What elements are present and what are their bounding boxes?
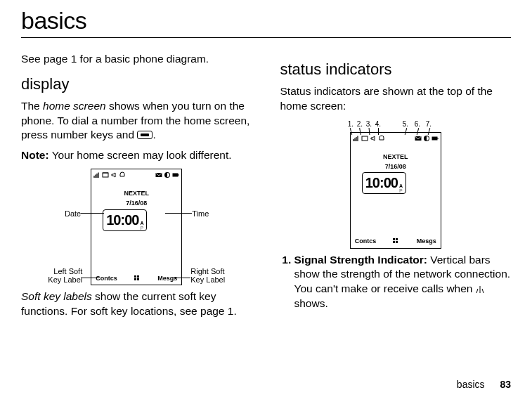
phone-screen: NEXTEL 7/16/08 10:00 A P Contcs	[91, 169, 182, 285]
signal-icon	[93, 171, 100, 178]
callout-line	[174, 278, 190, 278]
callout-num: 1.	[348, 119, 353, 129]
callout-right-soft: Right Soft Key Label	[190, 267, 240, 284]
phone-figure-numbered: 1. 2. 3. 4. 5. 6. 7.	[336, 132, 455, 249]
right-soft-key: Mesgs	[417, 237, 436, 245]
time-value: 10:00	[106, 211, 138, 230]
svg-rect-4	[179, 174, 179, 176]
note-label: Note:	[21, 149, 49, 161]
ringer-icon	[119, 171, 126, 178]
home-screen-term: home screen	[43, 100, 106, 112]
intro-text: See page 1 for a basic phone diagram.	[21, 52, 252, 67]
callout-num: 5.	[403, 119, 408, 129]
right-column: status indicators Status indicators are …	[280, 52, 512, 325]
text: Key Label	[48, 275, 82, 284]
text: Key Label	[190, 275, 225, 284]
no-signal-icon	[476, 282, 483, 297]
ringer-icon	[378, 135, 385, 142]
callout-left-soft: Left Soft Key Label	[33, 267, 82, 284]
svg-rect-9	[437, 138, 438, 139]
indicator-name: Signal Strength Indicator:	[294, 254, 427, 266]
date-label: 7/16/08	[351, 162, 441, 171]
svg-rect-5	[362, 136, 368, 141]
svg-rect-3	[173, 174, 179, 177]
indicator-list: Signal Strength Indicator: Vertical bars…	[280, 253, 512, 312]
footer-section: basics	[457, 379, 485, 390]
pm-label: P	[399, 188, 403, 193]
soft-key-bar: Contcs Mesgs	[351, 235, 441, 247]
callout-line	[378, 128, 379, 135]
packet-data-icon	[102, 171, 109, 178]
phone-screen: NEXTEL 7/16/08 10:00 A P Contcs	[350, 132, 441, 249]
status-heading: status indicators	[280, 59, 512, 80]
active-line-icon	[423, 135, 430, 142]
display-heading: display	[21, 74, 252, 95]
pm-label: P	[140, 226, 143, 230]
soft-key-labels-term: Soft key labels	[21, 290, 92, 302]
page-footer: basics 83	[457, 379, 511, 390]
carrier-label: NEXTEL	[91, 179, 181, 199]
page-title: basics	[21, 7, 511, 34]
page-number: 83	[500, 379, 511, 390]
phone-figure-annotated: NEXTEL 7/16/08 10:00 A P Contcs	[41, 169, 231, 285]
status-bar	[91, 169, 181, 179]
left-soft-key: Contcs	[355, 237, 377, 245]
time-display: 10:00 A P	[103, 209, 147, 231]
battery-icon	[432, 135, 439, 142]
note-text: Your home screen may look different.	[49, 149, 232, 161]
am-pm-indicator: A P	[399, 183, 403, 193]
signal-icon	[353, 135, 360, 142]
callout-date: Date	[39, 209, 81, 218]
title-rule	[21, 37, 511, 38]
callout-line	[165, 213, 192, 214]
note-paragraph: Note: Your home screen may look differen…	[21, 148, 252, 163]
status-intro: Status indicators are shown at the top o…	[280, 84, 512, 114]
text: shows.	[294, 297, 328, 309]
time-value: 10:00	[365, 174, 398, 193]
menu-icon	[134, 275, 141, 281]
callout-num: 7.	[426, 119, 432, 129]
soft-key-bar: Contcs Mesgs	[91, 273, 181, 285]
text: .	[153, 129, 155, 141]
text: Right Soft	[190, 267, 224, 275]
date-label: 7/16/08	[91, 199, 181, 207]
active-line-icon	[164, 171, 171, 178]
callout-time: Time	[192, 209, 234, 218]
speaker-icon	[110, 171, 117, 178]
status-bar	[351, 133, 441, 143]
message-icon	[155, 171, 162, 178]
left-column: See page 1 for a basic phone diagram. di…	[21, 52, 252, 325]
ok-button-icon	[137, 131, 153, 139]
display-paragraph: The home screen shows when you turn on t…	[21, 99, 252, 143]
message-icon	[415, 135, 422, 142]
softkey-paragraph: Soft key labels show the current soft ke…	[21, 289, 252, 319]
text: Left Soft	[53, 267, 82, 275]
text: The	[21, 100, 43, 112]
time-display: 10:00 A P	[362, 172, 406, 194]
battery-icon	[172, 171, 179, 178]
am-label: A	[140, 221, 143, 226]
carrier-label: NEXTEL	[351, 143, 441, 162]
menu-icon	[393, 238, 400, 244]
am-pm-indicator: A P	[140, 221, 143, 230]
am-label: A	[399, 183, 403, 188]
callout-line	[81, 213, 104, 214]
svg-rect-8	[432, 136, 437, 140]
speaker-icon	[370, 135, 377, 142]
callout-num: 6.	[415, 119, 420, 129]
callout-line	[82, 278, 99, 278]
number-callouts: 1. 2. 3. 4. 5. 6. 7.	[336, 119, 455, 132]
packet-data-icon	[361, 135, 368, 142]
svg-rect-0	[103, 173, 108, 177]
list-item: Signal Strength Indicator: Vertical bars…	[294, 253, 512, 312]
